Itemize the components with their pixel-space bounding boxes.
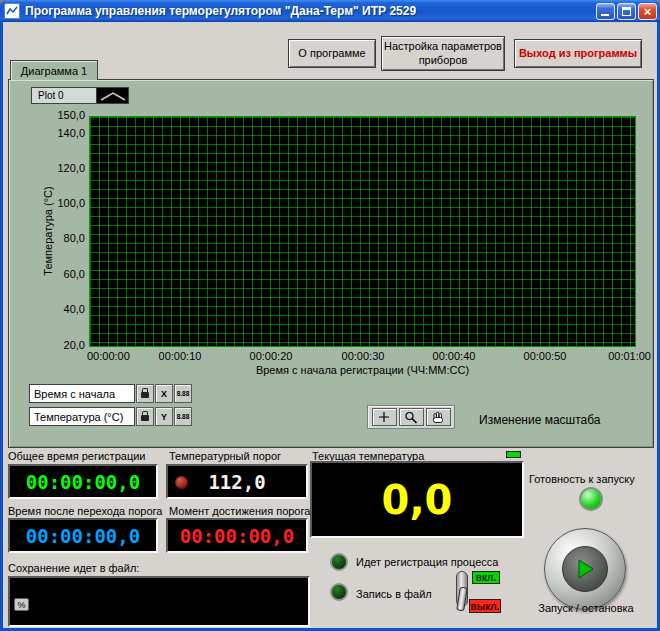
- x-tick: 00:00:20: [235, 350, 307, 362]
- diagram-page: Plot 0 150,0 140,0 120,0 100,0 80,0 60,0…: [8, 79, 654, 448]
- minimize-button[interactable]: [596, 3, 615, 20]
- x-autoscale-button[interactable]: X: [155, 384, 173, 403]
- threshold-moment-label: Момент достижения порога: [169, 505, 310, 517]
- close-button[interactable]: ×: [638, 3, 657, 20]
- comm-indicator: [506, 451, 521, 458]
- total-time-display: 00:00:00,0: [8, 464, 158, 499]
- about-button[interactable]: О программе: [288, 39, 376, 68]
- threshold-display[interactable]: 112,0: [166, 464, 308, 499]
- write-file-label: Запись в файл: [356, 588, 432, 600]
- start-stop-button-face: [562, 546, 608, 592]
- y-tick: 20,0: [31, 339, 85, 351]
- x-scale-legend: Время с начала X 8.88: [29, 384, 192, 403]
- total-time-label: Общее время регистрации: [8, 450, 145, 462]
- x-scale-lock-button[interactable]: [136, 384, 154, 403]
- registration-led: [330, 553, 348, 571]
- threshold-led-icon: [175, 476, 188, 489]
- y-tick: 140,0: [31, 127, 85, 139]
- x-tick: 00:00:30: [327, 350, 399, 362]
- y-tick: 100,0: [31, 197, 85, 209]
- y-axis-title: Температура (°C): [42, 161, 56, 301]
- y-tick: 120,0: [31, 162, 85, 174]
- hand-icon: [430, 411, 446, 424]
- x-scale-name-input[interactable]: Время с начала: [29, 384, 135, 403]
- lock-icon: [141, 392, 149, 398]
- threshold-moment-display: 00:00:00,0: [166, 518, 308, 553]
- plot-line-icon: [99, 90, 127, 102]
- y-autoscale-button[interactable]: Y: [155, 407, 173, 426]
- time-after-display: 00:00:00,0: [8, 518, 158, 553]
- plot-legend-sample[interactable]: [97, 87, 129, 104]
- current-temp-display: 0,0: [310, 461, 524, 538]
- maximize-icon: [622, 7, 631, 16]
- lock-icon: [141, 415, 149, 421]
- ready-led: [579, 487, 603, 511]
- x-tick: 00:00:40: [418, 350, 490, 362]
- y-scale-name-input[interactable]: Температура (°C): [29, 407, 135, 426]
- registration-label: Идет регистрация процесса: [356, 556, 498, 568]
- window-title: Программа управления терморегулятором "Д…: [25, 4, 594, 18]
- start-stop-button[interactable]: [544, 528, 626, 610]
- y-tick: 60,0: [31, 268, 85, 280]
- time-after-label: Время после перехода порога: [8, 505, 162, 517]
- tab-diagram-1[interactable]: Диаграмма 1: [10, 60, 98, 80]
- x-tick: 00:00:00: [87, 350, 147, 362]
- x-axis-title: Время с начала регистрации (ЧЧ:ММ:СС): [89, 364, 636, 376]
- start-stop-label: Запуск / остановка: [525, 602, 647, 614]
- x-tick: 00:00:10: [144, 350, 216, 362]
- pan-tool-button[interactable]: [426, 408, 451, 426]
- y-format-button[interactable]: 8.88: [174, 407, 192, 426]
- app-window: Программа управления терморегулятором "Д…: [0, 0, 660, 631]
- graph-palette: [367, 405, 455, 429]
- cursor-tool-button[interactable]: [372, 408, 397, 426]
- zoom-caption: Изменение масштаба: [479, 413, 601, 427]
- magnifier-icon: [403, 411, 419, 424]
- number-format-icon: 8.88: [177, 390, 190, 397]
- number-format-icon: 8.88: [177, 413, 190, 420]
- y-tick: 150,0: [31, 109, 85, 121]
- play-icon: [575, 557, 595, 581]
- y-tick: 40,0: [31, 303, 85, 315]
- x-tick: 00:01:00: [601, 350, 651, 362]
- save-file-path-display[interactable]: %: [8, 576, 310, 627]
- y-scale-lock-button[interactable]: [136, 407, 154, 426]
- y-tick: 80,0: [31, 232, 85, 244]
- ready-label: Готовность к запуску: [529, 473, 635, 485]
- zoom-tool-button[interactable]: [399, 408, 424, 426]
- chart-plot-area[interactable]: [89, 116, 636, 347]
- crosshair-icon: [376, 411, 392, 423]
- switch-on-badge: вкл.: [472, 571, 500, 584]
- switch-off-badge: выкл.: [469, 599, 501, 613]
- threshold-label: Температурный порог: [169, 450, 281, 462]
- x-tick: 00:00:50: [509, 350, 581, 362]
- device-settings-button[interactable]: Настройка параметров приборов: [381, 36, 505, 71]
- exit-button[interactable]: Выход из программы: [514, 39, 642, 68]
- minimize-icon: [601, 14, 609, 16]
- maximize-button[interactable]: [617, 3, 636, 20]
- write-file-led: [330, 583, 348, 601]
- threshold-value: 112,0: [208, 471, 265, 493]
- client-area: О программе Настройка параметров приборо…: [3, 22, 657, 628]
- x-format-button[interactable]: 8.88: [174, 384, 192, 403]
- close-icon: ×: [644, 4, 652, 19]
- path-type-icon[interactable]: %: [14, 598, 29, 611]
- save-file-label: Сохранение идет в файл:: [8, 562, 139, 574]
- y-scale-legend: Температура (°C) Y 8.88: [29, 407, 192, 426]
- plot-legend-label: Plot 0: [31, 87, 97, 104]
- plot-legend: Plot 0: [31, 87, 129, 104]
- app-icon: [4, 3, 20, 19]
- title-bar[interactable]: Программа управления терморегулятором "Д…: [0, 0, 660, 22]
